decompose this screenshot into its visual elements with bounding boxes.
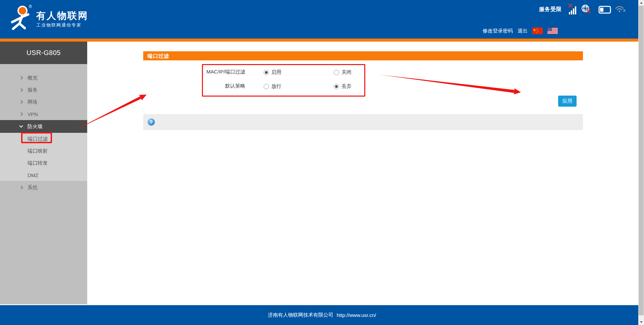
svg-text:®: ®	[29, 4, 32, 9]
radio-label: 丢弃	[341, 83, 352, 90]
sidebar-subitem-port-mapping[interactable]: 端口映射	[0, 145, 87, 157]
radio-label: 关闭	[341, 69, 352, 75]
scrollbar-up-button[interactable]	[638, 0, 644, 6]
svg-text:★: ★	[533, 28, 536, 32]
sim-card-icon	[598, 6, 611, 14]
flag-china-icon[interactable]: ★ ★ ★ ★ ★	[532, 28, 543, 34]
page: ® 有人物联网 工业物联网通信专家 服务受限	[0, 0, 644, 325]
radio-option-allow: 放行	[264, 83, 281, 90]
chevron-down-icon	[19, 124, 23, 127]
sidebar-subitem-label: 端口映射	[28, 148, 48, 154]
radio-enable[interactable]	[264, 70, 269, 75]
form-label-mac-ip-port-filter: MAC/IP/端口过滤	[202, 69, 245, 75]
scrollbar-thumb[interactable]	[639, 6, 644, 315]
annotation-arrow-shaft	[380, 75, 515, 93]
annotation-arrows	[0, 0, 644, 325]
help-icon[interactable]: ?	[148, 118, 155, 126]
annotation-arrowhead	[139, 95, 147, 100]
network-globe-icon	[581, 4, 591, 14]
sidebar-nav: 概览 服务 网络 VPN 防火墙 端口过滤	[0, 72, 87, 194]
flag-usa-icon[interactable]	[547, 28, 558, 34]
sidebar-item-vpn[interactable]: VPN	[0, 108, 87, 120]
form-label-default-policy: 默认策略	[202, 83, 245, 89]
chevron-right-icon	[19, 185, 23, 189]
footer-url[interactable]: http://www.usr.cn/	[337, 312, 376, 318]
annotation-arrowhead	[514, 89, 521, 95]
radio-label: 放行	[271, 83, 281, 90]
chevron-right-icon	[19, 112, 23, 116]
radio-option-disable: 关闭	[334, 69, 352, 75]
radio-allow[interactable]	[264, 84, 269, 89]
sidebar-item-system[interactable]: 系统	[0, 181, 87, 194]
sidebar-subitem-dmz[interactable]: DMZ	[0, 169, 87, 181]
radio-option-drop: 丢弃	[334, 83, 352, 90]
sidebar-item-label: 防火墙	[28, 123, 43, 130]
sidebar-item-services[interactable]: 服务	[0, 84, 87, 96]
sidebar: USR-G805 概览 服务 网络 VPN 防火墙	[0, 42, 87, 304]
sidebar-item-label: 概览	[28, 75, 38, 81]
wifi-icon	[615, 5, 626, 13]
brand-slogan: 工业物联网通信专家	[36, 22, 82, 28]
scrollbar-down-button[interactable]	[638, 319, 644, 325]
brand-logo-icon: ®	[7, 4, 36, 34]
sidebar-subitem-port-forwarding[interactable]: 端口转发	[0, 157, 87, 169]
footer: 济南有人物联网技术有限公司 http://www.usr.cn/	[0, 305, 644, 325]
sidebar-item-label: VPN	[28, 111, 38, 117]
firewall-submenu: 端口过滤 端口映射 端口转发 DMZ	[0, 133, 87, 181]
footer-company: 济南有人物联网技术有限公司	[268, 312, 333, 318]
chevron-right-icon	[19, 88, 23, 92]
device-name: USR-G805	[0, 42, 87, 64]
brand-title: 有人物联网	[36, 9, 88, 22]
header-accent-stripe	[0, 39, 638, 42]
triangle-down-icon	[640, 321, 643, 323]
sidebar-subitem-port-filter[interactable]: 端口过滤	[0, 133, 87, 145]
sidebar-item-label: 系统	[28, 184, 38, 191]
vertical-scrollbar[interactable]	[638, 0, 644, 325]
sidebar-item-overview[interactable]: 概览	[0, 72, 87, 84]
chevron-right-icon	[19, 76, 23, 79]
radio-label: 启用	[271, 69, 281, 75]
sidebar-subitem-label: 端口转发	[28, 160, 48, 166]
change-password-link[interactable]: 修改登录密码	[483, 28, 513, 34]
triangle-up-icon	[640, 2, 643, 4]
logout-link[interactable]: 退出	[518, 28, 528, 34]
top-header: ® 有人物联网 工业物联网通信专家 服务受限	[0, 0, 638, 39]
signal-strength-icon	[568, 3, 578, 15]
sidebar-item-label: 服务	[28, 87, 38, 93]
sidebar-subitem-label: DMZ	[28, 172, 39, 178]
help-bar: ?	[143, 114, 583, 130]
radio-drop[interactable]	[334, 84, 339, 89]
account-links: 修改登录密码 退出 ★ ★ ★ ★ ★	[483, 28, 558, 34]
radio-option-enable: 启用	[264, 69, 281, 75]
sidebar-item-network[interactable]: 网络	[0, 96, 87, 108]
service-status-label: 服务受限	[539, 6, 562, 13]
svg-text:★: ★	[536, 32, 538, 34]
sidebar-subitem-label: 端口过滤	[28, 136, 48, 142]
sidebar-item-label: 网络	[28, 99, 38, 105]
chevron-right-icon	[19, 100, 23, 104]
panel-title: 端口过滤	[143, 51, 583, 60]
sidebar-item-firewall[interactable]: 防火墙	[0, 120, 87, 133]
apply-button[interactable]: 应用	[558, 96, 577, 107]
radio-disable[interactable]	[334, 70, 339, 75]
